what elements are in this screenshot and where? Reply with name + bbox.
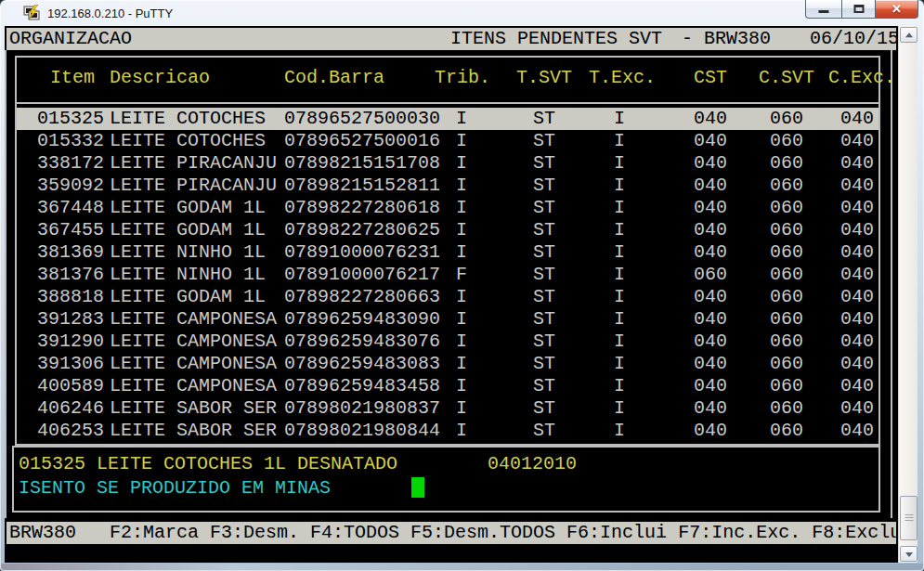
table-row: 400589 LEITE CAMPONESA 07896259483458 I … [17, 375, 878, 397]
cell-cexc: 040 [828, 197, 886, 219]
terminal-screen[interactable]: ORGANIZACAO ITENS PENDENTES SVT - BRW380… [5, 26, 898, 563]
statusbar-program: BRW380 [9, 522, 76, 544]
cell-descricao: LEITE CAMPONESA [110, 353, 277, 375]
table-row: 391283 LEITE CAMPONESA 07896259483090 I … [17, 308, 878, 331]
cell-item: 381369 [35, 241, 104, 264]
cell-cod-barra: 07898227280618 [284, 197, 440, 219]
table-header-row: Item Descricao Cod.Barra Trib. T.SVT T.E… [17, 67, 878, 89]
cell-tsvt: ST [516, 108, 572, 130]
table-row: 015332 LEITE COTOCHES 07896527500016 I S… [17, 130, 878, 152]
putty-client-area: ORGANIZACAO ITENS PENDENTES SVT - BRW380… [5, 26, 917, 563]
table-row: 381369 LEITE NINHO 1L 07891000076231 I S… [17, 241, 878, 264]
scroll-up-button[interactable] [900, 27, 917, 43]
fkey-f4-todos: F4:TODOS [310, 522, 399, 544]
cell-item: 400589 [35, 375, 104, 397]
detail-line-1: 015325 LEITE COTOCHES 1L DESNATADO 04012… [14, 453, 878, 475]
screen-header-line: ORGANIZACAO ITENS PENDENTES SVT - BRW380… [7, 28, 896, 50]
column-header-descricao: Descricao [110, 67, 210, 89]
cell-texc: I [589, 375, 650, 397]
cell-cst: 040 [680, 308, 741, 331]
cell-tsvt: ST [516, 308, 572, 331]
cell-texc: I [589, 420, 650, 442]
cell-descricao: LEITE GODAM 1L [110, 197, 266, 219]
titlebar[interactable]: 192.168.0.210 - PuTTY ✕ [0, 0, 924, 26]
scrollbar-thumb[interactable] [900, 496, 917, 540]
cell-trib: I [435, 108, 488, 130]
header-separator [17, 102, 878, 104]
scrollbar [898, 26, 917, 563]
cell-cexc: 040 [828, 420, 886, 442]
cell-cod-barra: 07898227280625 [284, 219, 440, 241]
cell-cod-barra: 07891000076217 [284, 264, 440, 286]
cell-cexc: 040 [828, 219, 886, 241]
cell-trib: I [435, 420, 488, 442]
putty-app-icon[interactable] [23, 5, 40, 21]
fkey-f3-desm: F3:Desm. [210, 522, 299, 544]
column-header-csvt: C.SVT [756, 67, 817, 89]
cell-cst: 040 [680, 175, 741, 197]
cell-tsvt: ST [516, 397, 572, 420]
table-row: 391290 LEITE CAMPONESA 07896259483076 I … [17, 331, 878, 353]
cell-cst: 040 [680, 219, 741, 241]
detail-panel: 015325 LEITE COTOCHES 1L DESNATADO 04012… [12, 446, 880, 513]
putty-window: 192.168.0.210 - PuTTY ✕ ORGANIZACAO ITEN… [0, 0, 924, 571]
cell-texc: I [589, 130, 650, 152]
cell-texc: I [589, 308, 650, 331]
cell-cst: 040 [680, 241, 741, 264]
cell-trib: I [435, 331, 488, 353]
column-header-item: Item [35, 67, 104, 89]
cell-csvt: 060 [756, 420, 817, 442]
cell-texc: I [589, 397, 650, 420]
screen-title: ITENS PENDENTES SVT [450, 28, 662, 50]
detail-ncm-code: 04012010 [488, 453, 577, 475]
cell-texc: I [589, 264, 650, 286]
cell-cexc: 040 [828, 286, 886, 308]
cell-cod-barra: 07898227280663 [284, 286, 440, 308]
cell-trib: I [435, 219, 488, 241]
cell-item: 391306 [35, 353, 104, 375]
cell-item: 406246 [35, 397, 104, 420]
cell-cst: 060 [680, 264, 741, 286]
cell-trib: I [435, 397, 488, 420]
cell-tsvt: ST [516, 175, 572, 197]
detail-item-description: 015325 LEITE COTOCHES 1L DESNATADO [19, 453, 397, 475]
org-label: ORGANIZACAO [9, 28, 132, 50]
cell-tsvt: ST [516, 420, 572, 442]
cell-cod-barra: 07898215151708 [284, 152, 440, 175]
cell-item: 391283 [35, 308, 104, 331]
column-header-cst: CST [680, 67, 741, 89]
cell-cst: 040 [680, 397, 741, 420]
cell-cst: 040 [680, 286, 741, 308]
cell-cod-barra: 07896527500030 [284, 108, 440, 130]
maximize-button[interactable] [842, 0, 876, 19]
cell-tsvt: ST [516, 219, 572, 241]
cell-csvt: 060 [756, 108, 817, 130]
cell-cexc: 040 [828, 175, 886, 197]
cell-descricao: LEITE SABOR SER [110, 420, 277, 442]
cell-cst: 040 [680, 331, 741, 353]
cell-cexc: 040 [828, 308, 886, 331]
cell-csvt: 060 [756, 130, 817, 152]
cell-csvt: 060 [756, 308, 817, 331]
cell-csvt: 060 [756, 353, 817, 375]
table-row: 338172 LEITE PIRACANJU 07898215151708 I … [17, 152, 878, 175]
table-row: 388818 LEITE GODAM 1L 07898227280663 I S… [17, 286, 878, 308]
cell-cexc: 040 [828, 331, 886, 353]
table-row: 367448 LEITE GODAM 1L 07898227280618 I S… [17, 197, 878, 219]
cell-trib: I [435, 286, 488, 308]
window-title: 192.168.0.210 - PuTTY [47, 6, 173, 20]
cell-cexc: 040 [828, 108, 886, 130]
cell-tsvt: ST [516, 130, 572, 152]
close-button[interactable]: ✕ [876, 0, 918, 19]
cell-trib: I [435, 152, 488, 175]
cell-texc: I [589, 353, 650, 375]
table-row: 406246 LEITE SABOR SER 07898021980837 I … [17, 397, 878, 420]
cell-csvt: 060 [756, 152, 817, 175]
minimize-button[interactable] [805, 0, 842, 19]
cell-csvt: 060 [756, 219, 817, 241]
cell-tsvt: ST [516, 264, 572, 286]
column-header-cexc: C.Exc. [828, 67, 886, 89]
scroll-down-button[interactable] [900, 546, 917, 562]
cell-cst: 040 [680, 108, 741, 130]
cell-tsvt: ST [516, 353, 572, 375]
